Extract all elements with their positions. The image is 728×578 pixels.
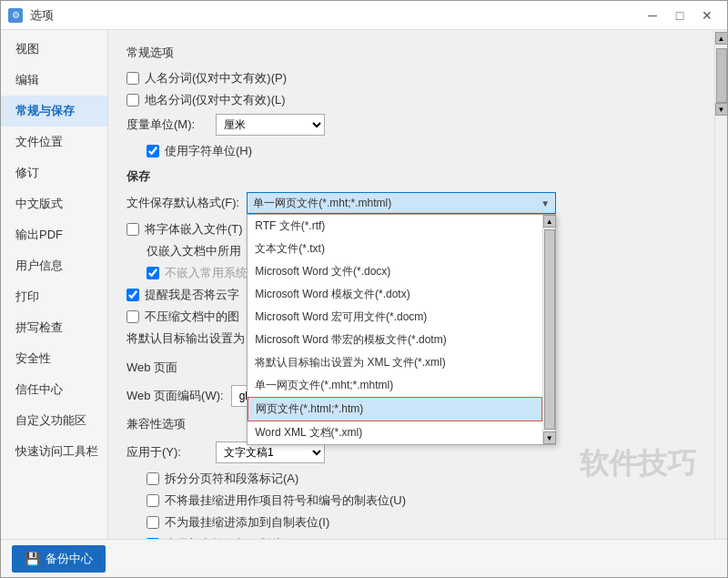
person-segmentation-checkbox[interactable] — [126, 72, 139, 85]
embed-fonts-label: 将字体嵌入文件(T) — [145, 221, 243, 238]
save-section-title: 保存 — [126, 168, 696, 185]
unit-label: 度量单位(M): — [126, 117, 208, 133]
reminder-cloud-checkbox[interactable] — [126, 289, 139, 301]
general-options-title: 常规选项 — [126, 45, 696, 61]
backup-icon: 💾 — [25, 552, 40, 566]
close-button[interactable]: ✕ — [694, 5, 720, 25]
dropdown-item-4[interactable]: Microsoft Word 宏可用文件(*.docm) — [248, 306, 542, 329]
format-dropdown-menu: RTF 文件(*.rtf) 文本文件(*.txt) Microsoft Word… — [247, 214, 556, 445]
dropdown-scrollbar: ▲ ▼ — [542, 215, 555, 444]
format-dropdown-selected[interactable]: 单一网页文件(*.mht;*.mhtml) ▼ — [247, 192, 556, 214]
use-char-unit-label: 使用字符单位(H) — [165, 143, 252, 159]
minimize-button[interactable]: ─ — [640, 5, 665, 25]
dropdown-item-7[interactable]: 单一网页文件(*.mht;*.mhtml) — [248, 374, 542, 397]
reminder-cloud-label: 提醒我是否将云字 — [145, 287, 239, 303]
format-dropdown-container: 单一网页文件(*.mht;*.mhtml) ▼ RTF 文件(*.rtf) 文本… — [247, 192, 556, 214]
sidebar-item-trust-center[interactable]: 信任中心 — [1, 374, 107, 405]
title-bar-controls: ─ □ ✕ — [640, 5, 720, 25]
sidebar-item-quick-access[interactable]: 快速访问工具栏 — [1, 436, 107, 467]
dropdown-item-3[interactable]: Microsoft Word 模板文件(*.dotx) — [248, 283, 542, 306]
no-hanging-tab-label: 不为最挂缩进添加到自制表位(I) — [165, 514, 329, 531]
main-scrollbar: ▲ ▼ — [714, 30, 727, 539]
no-hanging-indent-checkbox[interactable] — [147, 494, 159, 507]
sidebar-item-file-location[interactable]: 文件位置 — [1, 127, 107, 157]
scroll-thumb[interactable] — [716, 48, 727, 103]
dropdown-scroll-up-btn[interactable]: ▲ — [543, 215, 556, 228]
dropdown-arrow-icon: ▼ — [541, 198, 550, 208]
maximize-button[interactable]: □ — [667, 5, 693, 25]
no-compress-checkbox[interactable] — [126, 310, 139, 323]
embed-fonts-checkbox[interactable] — [126, 223, 139, 236]
split-page-break-label: 拆分分页符和段落标记(A) — [165, 471, 298, 487]
save-section: 保存 文件保存默认格式(F): 单一网页文件(*.mht;*.mhtml) ▼ — [126, 168, 696, 347]
split-page-break-checkbox[interactable] — [147, 472, 159, 485]
dropdown-item-1[interactable]: 文本文件(*.txt) — [248, 238, 542, 260]
place-segmentation-label: 地名分词(仅对中文有效)(L) — [145, 92, 286, 108]
encoding-label: Web 页面编码(W): — [126, 388, 224, 404]
format-field-row: 文件保存默认格式(F): 单一网页文件(*.mht;*.mhtml) ▼ RTF… — [126, 192, 696, 214]
main-panel: 常规选项 人名分词(仅对中文有效)(P) 地名分词(仅对中文有效)(L) 度量单… — [108, 30, 714, 539]
backup-btn-label: 备份中心 — [46, 551, 93, 567]
sidebar-item-view[interactable]: 视图 — [1, 34, 107, 65]
split-page-break-row: 拆分分页符和段落标记(A) — [126, 471, 696, 487]
use-char-unit-checkbox[interactable] — [147, 145, 159, 157]
use-char-unit-row: 使用字符单位(H) — [126, 143, 696, 159]
main-window: ⚙ 选项 ─ □ ✕ 视图 编辑 常规与保存 文件位置 修订 — [0, 0, 728, 578]
format-selected-text: 单一网页文件(*.mht;*.mhtml) — [253, 196, 391, 211]
title-bar-left: ⚙ 选项 — [8, 7, 54, 24]
scroll-down-btn[interactable]: ▼ — [715, 103, 728, 116]
sidebar-item-spell-check[interactable]: 拼写检查 — [1, 312, 107, 343]
format-label: 文件保存默认格式(F): — [126, 195, 239, 211]
sidebar-item-user-info[interactable]: 用户信息 — [1, 250, 107, 281]
add-underline-label: 为尾部空格添加下划线(S) — [165, 536, 298, 539]
dropdown-inner: RTF 文件(*.rtf) 文本文件(*.txt) Microsoft Word… — [248, 215, 555, 444]
place-segmentation-checkbox[interactable] — [126, 94, 139, 106]
dropdown-item-9[interactable]: Word XML 文档(*.xml) — [248, 421, 542, 444]
general-options-section: 常规选项 人名分词(仅对中文有效)(P) 地名分词(仅对中文有效)(L) 度量单… — [126, 45, 696, 159]
person-segmentation-label: 人名分词(仅对中文有效)(P) — [145, 70, 287, 86]
sidebar-item-general[interactable]: 常规与保存 — [1, 96, 107, 127]
sidebar: 视图 编辑 常规与保存 文件位置 修订 中文版式 输出PDF 用户信息 — [1, 30, 108, 539]
dropdown-list: RTF 文件(*.rtf) 文本文件(*.txt) Microsoft Word… — [248, 215, 542, 444]
no-embed-common-checkbox[interactable] — [147, 267, 159, 279]
window-title: 选项 — [30, 7, 54, 24]
unit-select[interactable]: 厘米 英寸 毫米 — [216, 114, 325, 136]
add-underline-checkbox[interactable] — [147, 538, 159, 539]
dropdown-scroll-down-btn[interactable]: ▼ — [543, 431, 556, 444]
backup-button[interactable]: 💾 备份中心 — [12, 545, 106, 573]
no-hanging-tab-row: 不为最挂缩进添加到自制表位(I) — [126, 514, 696, 531]
bottom-bar: 💾 备份中心 — [1, 539, 727, 577]
no-compress-label: 不压缩文档中的图 — [145, 309, 239, 325]
no-hanging-tab-checkbox[interactable] — [147, 516, 159, 529]
dropdown-item-8[interactable]: 网页文件(*.html;*.htm) — [248, 397, 542, 421]
title-bar: ⚙ 选项 ─ □ ✕ — [1, 1, 727, 30]
dropdown-item-5[interactable]: Microsoft Word 带宏的模板文件(*.dotm) — [248, 329, 542, 351]
embed-sub-label: 仅嵌入文档中所用 — [147, 243, 241, 259]
unit-field-row: 度量单位(M): 厘米 英寸 毫米 — [126, 114, 696, 136]
scroll-up-btn[interactable]: ▲ — [715, 32, 728, 45]
sidebar-item-revision[interactable]: 修订 — [1, 157, 107, 188]
no-hanging-indent-row: 不将最挂缩进用作项目符号和编号的制表位(U) — [126, 492, 696, 509]
sidebar-item-print[interactable]: 打印 — [1, 281, 107, 312]
dropdown-scroll-thumb[interactable] — [544, 229, 555, 430]
sidebar-item-edit[interactable]: 编辑 — [1, 65, 107, 96]
dropdown-item-0[interactable]: RTF 文件(*.rtf) — [248, 215, 542, 238]
sidebar-item-export-pdf[interactable]: 输出PDF — [1, 219, 107, 250]
dropdown-item-2[interactable]: Microsoft Word 文件(*.docx) — [248, 260, 542, 283]
add-underline-row: 为尾部空格添加下划线(S) — [126, 536, 696, 539]
apply-label: 应用于(Y): — [126, 444, 208, 461]
person-segmentation-row: 人名分词(仅对中文有效)(P) — [126, 70, 696, 86]
dropdown-item-6[interactable]: 将默认目标输出设置为 XML 文件(*.xml) — [248, 351, 542, 374]
content-area: 视图 编辑 常规与保存 文件位置 修订 中文版式 输出PDF 用户信息 — [1, 30, 727, 539]
window-icon: ⚙ — [8, 8, 23, 23]
no-embed-common-label: 不嵌入常用系统 — [165, 265, 248, 281]
sidebar-item-chinese[interactable]: 中文版式 — [1, 188, 107, 219]
no-hanging-indent-label: 不将最挂缩进用作项目符号和编号的制表位(U) — [165, 492, 406, 509]
place-segmentation-row: 地名分词(仅对中文有效)(L) — [126, 92, 696, 108]
sidebar-item-customize[interactable]: 自定义功能区 — [1, 405, 107, 436]
sidebar-item-security[interactable]: 安全性 — [1, 343, 107, 374]
